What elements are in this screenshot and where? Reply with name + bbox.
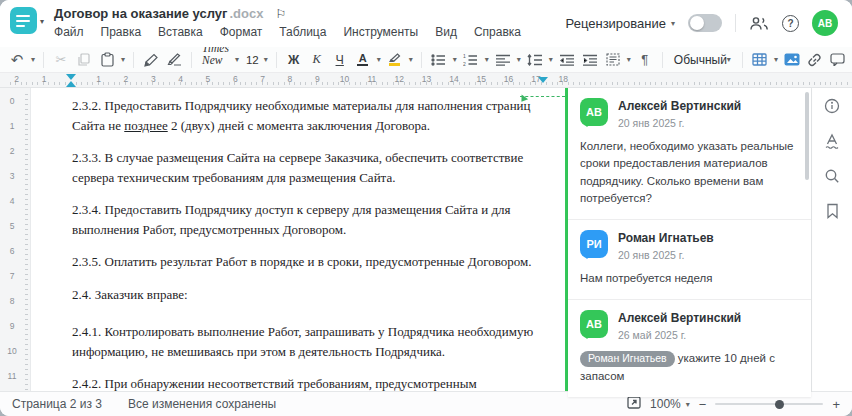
app-logo-icon[interactable] xyxy=(10,7,37,34)
bold-button[interactable]: Ж xyxy=(285,50,303,70)
save-status: Все изменения сохранены xyxy=(128,397,276,411)
paragraph-settings-button[interactable] xyxy=(604,50,622,70)
insert-comment-button[interactable] xyxy=(829,50,847,70)
mention-chip[interactable]: Роман Игнатьев xyxy=(580,351,675,367)
clear-formatting-button[interactable] xyxy=(165,50,183,70)
table-caret-icon[interactable]: ▾ xyxy=(774,55,778,64)
insert-link-button[interactable] xyxy=(806,50,824,70)
insert-image-button[interactable] xyxy=(783,50,801,70)
menu-item[interactable]: Инструменты xyxy=(343,25,418,39)
ruler-number: 3 xyxy=(0,171,24,196)
paragraph[interactable]: 2.3.3. В случае размещения Сайта на серв… xyxy=(72,148,539,187)
menu-item[interactable]: Справка xyxy=(474,25,521,39)
ruler-number: 2 xyxy=(3,74,30,84)
comment[interactable]: АВ Алексей Вертинский 20 янв 2025 г. Кол… xyxy=(568,88,811,219)
flag-icon[interactable]: ⚐ xyxy=(275,7,286,21)
vertical-ruler[interactable]: 01234567891011 xyxy=(0,88,31,391)
help-icon[interactable]: ? xyxy=(782,15,799,32)
cut-button[interactable]: ✂ xyxy=(52,50,70,70)
highlight-color-button[interactable] xyxy=(386,50,404,70)
paragraph-settings-caret-icon[interactable]: ▾ xyxy=(627,55,631,64)
ruler-number: 10 xyxy=(331,74,358,84)
format-painter-button[interactable] xyxy=(142,50,160,70)
info-icon[interactable] xyxy=(823,97,841,115)
menu-item[interactable]: Файл xyxy=(54,25,84,39)
comment-thread[interactable]: АВ Алексей Вертинский 20 янв 2025 г. Кол… xyxy=(568,88,811,397)
paragraph[interactable]: 2.3.4. Предоставить Подрядчику доступ к … xyxy=(72,200,539,239)
fit-page-icon[interactable] xyxy=(627,396,641,412)
undo-dropdown-caret-icon[interactable]: ▾ xyxy=(31,55,35,64)
zoom-slider-handle[interactable] xyxy=(775,400,784,409)
paragraph-style-select[interactable]: Обычный ▾ xyxy=(671,53,734,67)
insert-table-button[interactable] xyxy=(751,50,769,70)
ruler-number: 10 xyxy=(0,346,24,371)
increase-indent-button[interactable] xyxy=(581,50,599,70)
bullet-list-button[interactable] xyxy=(430,50,448,70)
nonprinting-chars-button[interactable]: ¶ xyxy=(636,50,654,70)
comment-date: 26 май 2025 г. xyxy=(618,329,741,341)
menu-item[interactable]: Правка xyxy=(101,25,142,39)
document-page[interactable]: 2.3.2. Предоставить Подрядчику необходим… xyxy=(31,88,565,391)
numbered-list-button[interactable]: 12 xyxy=(462,50,480,70)
collaboration-users-icon[interactable] xyxy=(749,13,769,33)
decrease-indent-button[interactable] xyxy=(558,50,576,70)
spellcheck-icon[interactable] xyxy=(823,132,841,150)
zoom-select[interactable]: 100% ▾ xyxy=(650,397,690,411)
horizontal-ruler[interactable]: 21123456789101112131415161718 xyxy=(0,73,852,88)
line-spacing-button[interactable] xyxy=(526,50,544,70)
ruler-number: 2 xyxy=(0,146,24,171)
panel-scrollbar[interactable] xyxy=(805,92,809,180)
zoom-out-button[interactable]: − xyxy=(699,397,707,412)
menu-item[interactable]: Формат xyxy=(220,25,263,39)
zoom-slider[interactable] xyxy=(715,403,823,405)
menu-item[interactable]: Вставка xyxy=(158,25,203,39)
paragraph[interactable]: 2.4. Заказчик вправе: xyxy=(72,285,539,305)
ruler-number: 9 xyxy=(304,74,331,84)
paste-dropdown-caret-icon[interactable]: ▾ xyxy=(121,55,125,64)
font-color-button[interactable]: А xyxy=(354,50,372,70)
zoom-in-button[interactable]: + xyxy=(832,397,840,412)
comment[interactable]: АВ Алексей Вертинский 26 май 2025 г. Ром… xyxy=(568,299,811,397)
review-toggle[interactable] xyxy=(688,14,722,32)
header: ▾ Договор на оказание услуг.docx ⚐ ФайлП… xyxy=(0,0,852,47)
ruler-number: 5 xyxy=(0,221,24,246)
ruler-number: 4 xyxy=(167,74,194,84)
ruler-number: 11 xyxy=(358,74,385,84)
align-caret-icon[interactable]: ▾ xyxy=(517,55,521,64)
align-button[interactable] xyxy=(494,50,512,70)
italic-button[interactable]: К xyxy=(308,50,326,70)
ruler-number: 14 xyxy=(440,74,467,84)
bookmark-icon[interactable] xyxy=(823,202,841,220)
underline-button[interactable]: Ч xyxy=(331,50,349,70)
search-icon[interactable] xyxy=(823,167,841,185)
menu-item[interactable]: Вид xyxy=(435,25,457,39)
line-spacing-caret-icon[interactable]: ▾ xyxy=(549,55,553,64)
ruler-number: 3 xyxy=(140,74,167,84)
review-mode-dropdown[interactable]: Рецензирование ▾ xyxy=(566,16,675,31)
ruler-number: 1 xyxy=(85,74,112,84)
paragraph[interactable]: 2.4.2. При обнаружении несоответствий тр… xyxy=(72,374,539,391)
undo-button[interactable]: ↶ xyxy=(8,50,26,70)
paste-button[interactable] xyxy=(98,50,116,70)
comment[interactable]: РИ Роман Игнатьев 20 янв 2025 г. Нам пот… xyxy=(568,219,811,299)
copy-icon[interactable] xyxy=(75,50,93,70)
bullet-list-caret-icon[interactable]: ▾ xyxy=(453,55,457,64)
page-indicator[interactable]: Страница 2 из 3 xyxy=(12,397,102,411)
font-color-caret-icon[interactable]: ▾ xyxy=(377,55,381,64)
numbered-list-caret-icon[interactable]: ▾ xyxy=(485,55,489,64)
right-indent-marker[interactable] xyxy=(538,77,548,83)
paragraph[interactable]: 2.3.5. Оплатить результат Работ в порядк… xyxy=(72,252,539,272)
ruler-number: 13 xyxy=(413,74,440,84)
highlight-caret-icon[interactable]: ▾ xyxy=(409,55,413,64)
left-indent-marker[interactable] xyxy=(66,81,76,87)
paragraph[interactable]: 2.4.1. Контролировать выполнение Работ, … xyxy=(72,322,539,361)
font-dropdown-caret-icon: ▾ xyxy=(235,55,239,64)
menu-item[interactable]: Таблица xyxy=(279,25,326,39)
first-line-indent-marker[interactable] xyxy=(66,74,76,80)
ruler-number: 6 xyxy=(222,74,249,84)
paragraph[interactable]: 2.3.2. Предоставить Подрядчику необходим… xyxy=(72,96,539,135)
user-avatar[interactable]: АВ xyxy=(812,10,838,36)
logo-dropdown-caret-icon[interactable]: ▾ xyxy=(40,17,44,26)
font-size-select[interactable]: 12 ▾ xyxy=(246,54,268,66)
comment-avatar: РИ xyxy=(580,230,608,258)
